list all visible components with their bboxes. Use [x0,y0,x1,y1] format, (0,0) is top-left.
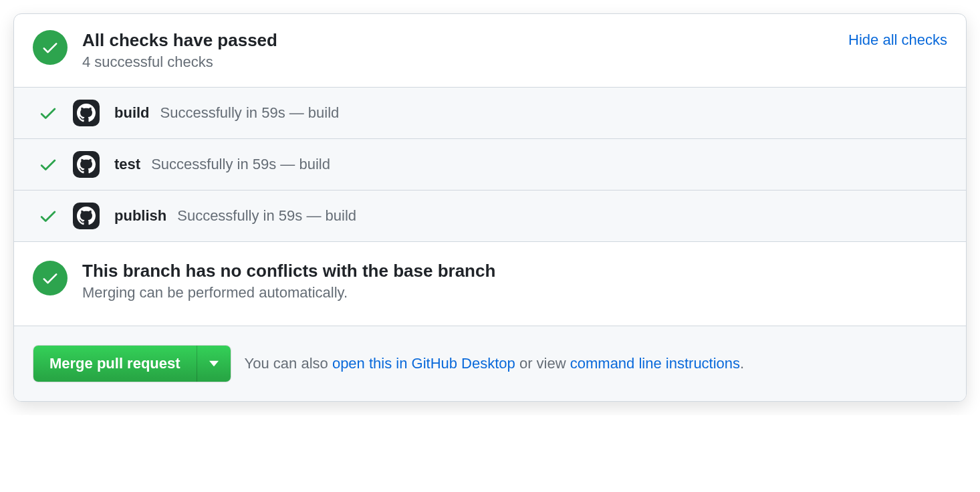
check-name: build [114,104,150,122]
hint-prefix: You can also [245,355,332,372]
check-success-icon [38,206,58,226]
merge-options-dropdown[interactable] [197,346,231,382]
check-detail: Successfully in 59s — build [177,207,356,225]
caret-down-icon [209,360,219,367]
merge-status-section: This branch has no conflicts with the ba… [14,241,966,326]
check-success-icon [38,154,58,174]
open-desktop-link[interactable]: open this in GitHub Desktop [332,355,515,372]
github-icon [73,151,100,178]
check-detail: Successfully in 59s — build [151,156,330,173]
check-row: build Successfully in 59s — build [14,88,966,139]
github-icon [73,203,100,229]
check-detail: Successfully in 59s — build [160,104,340,122]
check-text: publish Successfully in 59s — build [114,207,356,225]
check-name: publish [114,207,166,225]
check-name: test [114,156,140,173]
checks-header: All checks have passed 4 successful chec… [14,14,966,87]
hint-suffix: . [740,355,744,372]
merge-hint-text: You can also open this in GitHub Desktop… [245,355,745,372]
success-status-icon [33,30,68,65]
hint-mid: or view [515,355,570,372]
merge-panel: All checks have passed 4 successful chec… [13,13,967,402]
checks-list: build Successfully in 59s — build test S… [14,87,966,241]
success-status-icon [33,261,68,295]
checks-header-text: All checks have passed 4 successful chec… [82,30,277,71]
checks-title: All checks have passed [82,30,277,51]
merge-button-group: Merge pull request [33,345,231,382]
checks-subtitle: 4 successful checks [82,53,277,71]
check-success-icon [38,103,58,123]
merge-status-subtitle: Merging can be performed automatically. [82,284,495,301]
command-line-link[interactable]: command line instructions [570,355,740,372]
merge-footer: Merge pull request You can also open thi… [14,326,966,401]
check-row: test Successfully in 59s — build [14,139,966,191]
merge-pull-request-button[interactable]: Merge pull request [33,346,197,382]
check-text: test Successfully in 59s — build [114,156,330,173]
github-icon [73,100,100,126]
merge-status-text: This branch has no conflicts with the ba… [82,261,495,301]
check-row: publish Successfully in 59s — build [14,191,966,241]
merge-status-title: This branch has no conflicts with the ba… [82,261,495,281]
check-text: build Successfully in 59s — build [114,104,339,122]
toggle-checks-link[interactable]: Hide all checks [848,30,947,49]
